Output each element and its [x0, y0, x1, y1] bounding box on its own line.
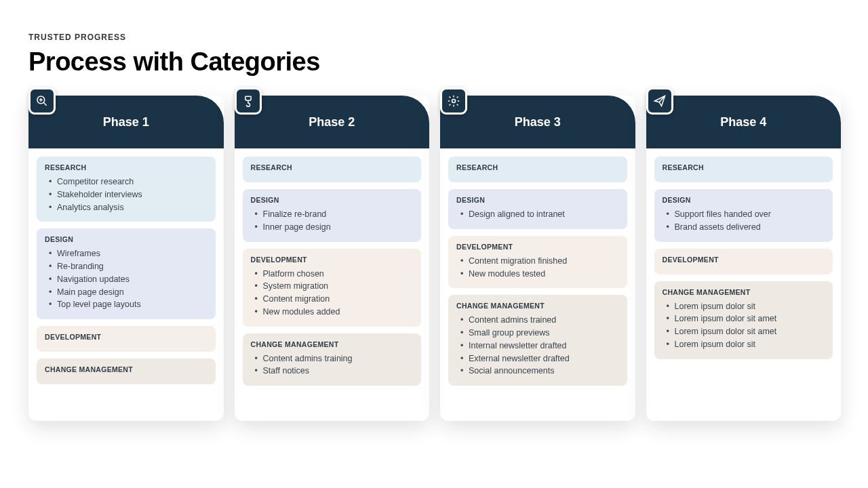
category-design: DESIGNDesign aligned to intranet [448, 189, 627, 229]
category-label: DESIGN [456, 196, 619, 204]
phase-card: Phase 2RESEARCHDESIGNFinalize re-brandIn… [235, 96, 430, 421]
category-development: DEVELOPMENT [654, 249, 833, 274]
category-development: DEVELOPMENT [37, 326, 216, 352]
list-item: Navigation updates [47, 273, 208, 286]
phases-row: Phase 1RESEARCHCompetitor researchStakeh… [28, 96, 841, 421]
category-label: DEVELOPMENT [251, 256, 414, 264]
category-items: WireframesRe-brandingNavigation updatesM… [45, 247, 208, 311]
gear-icon [440, 87, 467, 115]
list-item: Finalize re-brand [254, 208, 414, 221]
list-item: Content migration finished [459, 255, 619, 268]
category-research: RESEARCH [243, 157, 422, 182]
category-research: RESEARCH [654, 157, 833, 182]
svg-point-4 [452, 100, 456, 103]
list-item: External newsletter drafted [459, 352, 619, 365]
category-label: DEVELOPMENT [663, 256, 825, 264]
category-label: CHANGE MANAGEMENT [663, 288, 825, 296]
phase-header: Phase 4 [646, 96, 842, 148]
list-item: Platform chosen [254, 268, 414, 281]
category-design: DESIGNFinalize re-brandInner page design [243, 189, 422, 242]
category-items: Competitor researchStakeholder interview… [45, 176, 208, 214]
category-label: DESIGN [663, 196, 825, 204]
phase-title: Phase 2 [309, 115, 355, 129]
category-items: Support files handed overBrand assets de… [663, 208, 825, 234]
list-item: Competitor research [47, 176, 208, 188]
list-item: New modules tested [459, 268, 619, 281]
phase-header: Phase 3 [440, 96, 635, 148]
list-item: Main page design [47, 286, 208, 299]
category-label: DESIGN [45, 235, 208, 243]
page-title: Process with Categories [28, 47, 841, 77]
category-development: DEVELOPMENTPlatform chosenSystem migrati… [243, 249, 422, 327]
slide: TRUSTED PROGRESS Process with Categories… [0, 0, 868, 488]
list-item: Content admins training [254, 352, 414, 365]
category-label: CHANGE MANAGEMENT [456, 302, 619, 310]
category-label: DESIGN [251, 196, 414, 204]
send-icon [646, 87, 673, 115]
list-item: Content migration [254, 293, 414, 306]
category-change: CHANGE MANAGEMENTContent admins trainedS… [448, 295, 627, 386]
phase-body: RESEARCHDESIGNFinalize re-brandInner pag… [235, 148, 430, 396]
list-item: Content admins trained [459, 314, 619, 327]
phase-card: Phase 3RESEARCHDESIGNDesign aligned to i… [440, 96, 635, 421]
list-item: Inner page design [254, 221, 414, 234]
phase-body: RESEARCHDESIGNDesign aligned to intranet… [440, 148, 635, 396]
category-items: Lorem ipsum dolor sitLorem ipsum dolor s… [663, 300, 825, 351]
category-label: DEVELOPMENT [45, 333, 208, 341]
phase-card: Phase 1RESEARCHCompetitor researchStakeh… [28, 96, 224, 421]
zoom-icon [28, 87, 56, 115]
category-change: CHANGE MANAGEMENT [37, 359, 216, 384]
category-items: Platform chosenSystem migrationContent m… [251, 268, 414, 319]
category-label: RESEARCH [45, 163, 208, 171]
category-change: CHANGE MANAGEMENTLorem ipsum dolor sitLo… [654, 281, 833, 359]
list-item: Lorem ipsum dolor sit amet [665, 312, 825, 325]
category-research: RESEARCHCompetitor researchStakeholder i… [37, 157, 216, 222]
category-change: CHANGE MANAGEMENTContent admins training… [243, 333, 422, 386]
list-item: Support files handed over [665, 208, 825, 221]
phase-body: RESEARCHCompetitor researchStakeholder i… [28, 148, 224, 395]
brush-icon [235, 87, 262, 115]
category-label: RESEARCH [663, 163, 825, 171]
category-research: RESEARCH [448, 157, 627, 182]
phase-title: Phase 3 [515, 115, 561, 129]
category-items: Finalize re-brandInner page design [251, 208, 414, 234]
list-item: System migration [254, 280, 414, 293]
category-label: RESEARCH [456, 163, 619, 171]
svg-line-1 [44, 103, 47, 106]
eyebrow: TRUSTED PROGRESS [28, 33, 841, 42]
list-item: Social announcements [459, 365, 619, 378]
list-item: Internal newsletter drafted [459, 340, 619, 352]
category-development: DEVELOPMENTContent migration finishedNew… [448, 236, 627, 289]
phase-header: Phase 2 [235, 96, 430, 148]
list-item: Wireframes [47, 247, 208, 260]
category-label: CHANGE MANAGEMENT [45, 365, 208, 373]
list-item: New modules added [254, 306, 414, 319]
list-item: Top level page layouts [47, 298, 208, 311]
list-item: Lorem ipsum dolor sit amet [665, 325, 825, 338]
list-item: Lorem ipsum dolor sit [665, 338, 825, 351]
list-item: Small group previews [459, 327, 619, 340]
category-items: Content migration finishedNew modules te… [456, 255, 619, 281]
category-label: CHANGE MANAGEMENT [251, 340, 414, 348]
phase-title: Phase 1 [103, 115, 149, 129]
list-item: Design aligned to intranet [459, 208, 619, 221]
phase-header: Phase 1 [28, 96, 224, 148]
list-item: Lorem ipsum dolor sit [665, 300, 825, 313]
phase-body: RESEARCHDESIGNSupport files handed overB… [646, 148, 842, 370]
list-item: Staff notices [254, 365, 414, 378]
phase-card: Phase 4RESEARCHDESIGNSupport files hande… [646, 96, 842, 421]
category-label: RESEARCH [251, 163, 414, 171]
phase-title: Phase 4 [720, 115, 766, 129]
category-design: DESIGNWireframesRe-brandingNavigation up… [37, 228, 216, 319]
list-item: Re-branding [47, 260, 208, 273]
list-item: Brand assets delivered [665, 221, 825, 234]
category-design: DESIGNSupport files handed overBrand ass… [654, 189, 833, 242]
category-items: Content admins trainingStaff notices [251, 352, 414, 378]
list-item: Analytics analysis [47, 201, 208, 214]
list-item: Stakeholder interviews [47, 188, 208, 201]
category-label: DEVELOPMENT [456, 243, 619, 251]
category-items: Design aligned to intranet [456, 208, 619, 221]
category-items: Content admins trainedSmall group previe… [456, 314, 619, 378]
